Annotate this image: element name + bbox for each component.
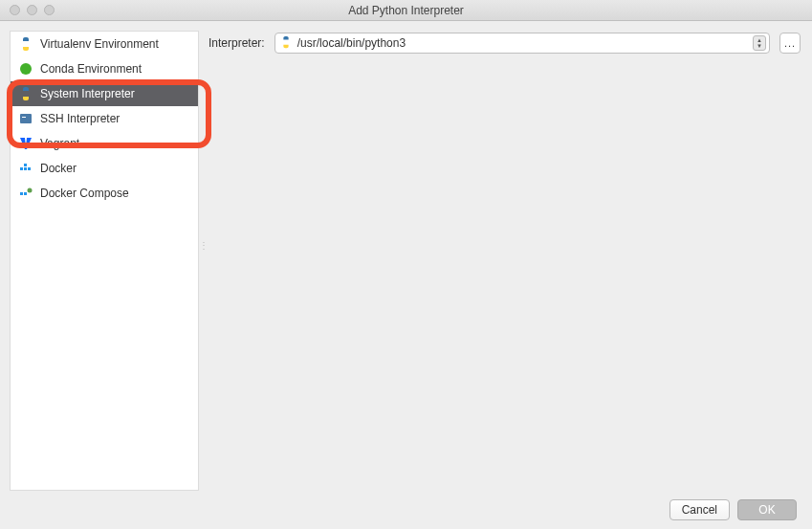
window-controls [0,5,55,15]
svg-rect-8 [24,192,27,195]
main-panel: Interpreter: /usr/local/bin/python3 ▲▼ .… [208,31,801,491]
sidebar-item-ssh[interactable]: SSH Interpreter [11,106,198,131]
sidebar-item-label: Conda Environment [40,62,142,76]
svg-rect-4 [24,167,27,170]
sidebar-item-label: Docker [40,162,77,175]
svg-rect-6 [28,167,31,170]
docker-icon [18,161,33,176]
sidebar-item-label: SSH Interpreter [40,112,120,125]
sidebar-item-vagrant[interactable]: Vagrant [11,131,198,156]
close-window-button[interactable] [10,5,20,15]
docker-compose-icon [18,186,33,201]
svg-point-9 [28,188,33,193]
sidebar-item-label: System Interpreter [40,87,135,100]
conda-icon [18,61,33,77]
dropdown-stepper-icon[interactable]: ▲▼ [753,35,766,51]
python-icon [18,86,33,101]
browse-button[interactable]: ... [779,33,801,54]
vagrant-icon [18,136,33,151]
svg-point-0 [20,63,32,75]
sidebar-item-label: Docker Compose [40,187,129,200]
svg-rect-7 [20,192,23,195]
zoom-window-button[interactable] [44,5,55,15]
ssh-icon [18,111,33,126]
python-icon [18,36,33,52]
sidebar-resize-handle[interactable]: ⋮ [199,244,204,263]
sidebar-item-label: Virtualenv Environment [40,37,159,51]
sidebar-item-docker-compose[interactable]: Docker Compose [11,181,198,206]
dialog-footer: Cancel OK [0,491,812,529]
svg-rect-1 [20,114,32,123]
sidebar-item-label: Vagrant [40,137,79,150]
svg-rect-2 [22,117,26,118]
sidebar-item-conda[interactable]: Conda Environment [11,56,198,81]
python-icon [279,35,293,52]
sidebar-item-virtualenv[interactable]: Virtualenv Environment [11,32,198,56]
window-title: Add Python Interpreter [0,4,812,17]
ok-button[interactable]: OK [737,499,797,520]
svg-rect-3 [20,167,23,170]
interpreter-label: Interpreter: [208,36,265,50]
interpreter-value: /usr/local/bin/python3 [297,36,406,50]
sidebar-item-system-interpreter[interactable]: System Interpreter [11,81,198,106]
titlebar: Add Python Interpreter [0,0,812,21]
minimize-window-button[interactable] [27,5,37,15]
cancel-button[interactable]: Cancel [669,499,730,520]
sidebar-item-docker[interactable]: Docker [11,156,198,181]
sidebar: Virtualenv Environment Conda Environment… [10,31,199,491]
interpreter-select[interactable]: /usr/local/bin/python3 ▲▼ [274,33,770,54]
svg-rect-5 [24,164,27,166]
